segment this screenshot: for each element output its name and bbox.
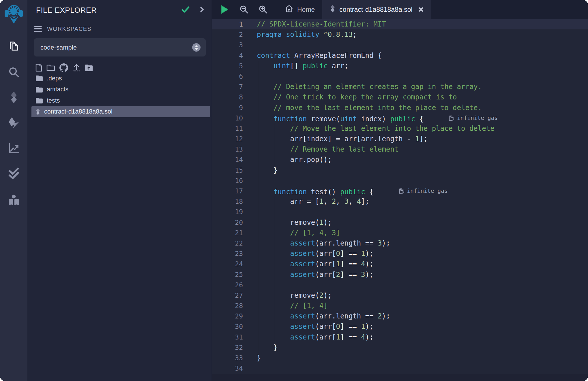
workspace-select[interactable]: code-sample xyxy=(34,38,206,56)
file-tree: .depsartifactstestscontract-d1a8818a8a.s… xyxy=(27,73,212,117)
line-number: 2 xyxy=(212,29,254,40)
line-number: 22 xyxy=(212,238,254,248)
tree-item-label: artifacts xyxy=(47,86,68,93)
line-number: 25 xyxy=(212,269,254,280)
sidebar-item-solidity-compiler[interactable] xyxy=(0,85,27,110)
gas-pump-icon xyxy=(398,188,405,194)
code-line-text: function test() public {infinite gas xyxy=(257,186,448,196)
sidebar-item-deploy-and-run[interactable] xyxy=(0,110,27,135)
tab-label: Home xyxy=(297,6,315,14)
clone-git-repository-icon[interactable] xyxy=(59,63,68,72)
chevron-right-icon[interactable] xyxy=(200,6,204,14)
create-new-file-icon[interactable] xyxy=(35,64,42,72)
code-line-29: 29 assert(arr.length == 2); xyxy=(212,311,588,321)
code-line-text: assert(arr[1] == 4); xyxy=(257,259,374,269)
panel-title: FILE EXPLORER xyxy=(36,6,181,15)
upload-folder-icon[interactable] xyxy=(85,64,93,71)
code-editor[interactable]: 1// SPDX-License-Identifier: MIT2pragma … xyxy=(212,19,588,374)
code-line-text: assert(arr[0] == 1); xyxy=(257,321,374,332)
tree-item-artifacts[interactable]: artifacts xyxy=(27,84,212,95)
code-line-text: // SPDX-License-Identifier: MIT xyxy=(257,19,386,29)
line-number: 4 xyxy=(212,50,254,61)
code-line-text: // move the last element into the place … xyxy=(257,103,482,113)
code-line-text: arr[index] = arr[arr.length - 1]; xyxy=(257,134,428,144)
indent-guide xyxy=(258,61,258,353)
code-line-30: 30 assert(arr[0] == 1); xyxy=(212,321,588,332)
code-line-25: 25 assert(arr[2] == 3); xyxy=(212,269,588,280)
sidebar-item-file-explorer[interactable] xyxy=(0,34,27,59)
code-line-text: } xyxy=(257,165,278,176)
code-line-text: // Remove the last element xyxy=(257,144,398,154)
code-line-21: 21 // [1, 4, 3] xyxy=(212,228,588,238)
zoom-in-icon[interactable] xyxy=(254,0,273,19)
code-line-text: uint[] public arr; xyxy=(257,61,349,71)
tab-home[interactable]: Home xyxy=(277,0,322,19)
sidebar-item-solidity-unit-testing[interactable] xyxy=(0,161,27,186)
sidebar-item-learneth[interactable] xyxy=(0,188,27,213)
file-explorer-header: FILE EXPLORER xyxy=(27,0,212,20)
gas-label: infinite gas xyxy=(457,113,498,123)
code-line-text: // Deleting an element creates a gap in … xyxy=(257,82,482,92)
line-number: 3 xyxy=(212,40,254,50)
folder-icon xyxy=(35,75,43,82)
line-number: 16 xyxy=(212,176,254,186)
code-line-5: 5 uint[] public arr; xyxy=(212,61,588,71)
code-line-text: assert(arr.length == 3); xyxy=(257,238,390,248)
code-line-text: // Move the last element into the place … xyxy=(257,123,495,134)
code-line-16: 16 xyxy=(212,176,588,186)
code-line-10: 10 function remove(uint index) public {i… xyxy=(212,113,588,123)
tree-item-label: tests xyxy=(47,97,60,104)
infinite-gas-annotation: infinite gas xyxy=(398,186,448,196)
gas-pump-icon xyxy=(448,115,454,121)
folder-icon xyxy=(35,86,43,93)
line-number: 14 xyxy=(212,154,254,165)
tab-contract-d1a8818a8a-sol[interactable]: contract-d1a8818a8a.sol xyxy=(322,0,431,19)
code-line-14: 14 arr.pop(); xyxy=(212,154,588,165)
code-line-text: } xyxy=(257,353,261,363)
remix-logo-icon[interactable] xyxy=(3,2,24,26)
workspaces-label: WORKSPACES xyxy=(47,26,91,32)
sidebar-item-search[interactable] xyxy=(0,59,27,85)
sidebar-item-solidity-analyzers[interactable] xyxy=(0,135,27,161)
files-icon xyxy=(7,40,20,53)
code-line-7: 7 // Deleting an element creates a gap i… xyxy=(212,82,588,92)
code-line-18: 18 arr = [1, 2, 3, 4]; xyxy=(212,196,588,207)
code-line-9: 9 // move the last element into the plac… xyxy=(212,103,588,113)
solidity-file-icon xyxy=(35,108,40,115)
tree-item-contract-d1a8818a8a-sol[interactable]: contract-d1a8818a8a.sol xyxy=(31,106,210,118)
infinite-gas-annotation: infinite gas xyxy=(448,113,498,123)
code-line-text: function remove(uint index) public {infi… xyxy=(257,113,498,123)
tree-item-tests[interactable]: tests xyxy=(27,95,212,106)
run-script-button[interactable] xyxy=(212,0,235,19)
code-line-text: arr.pop(); xyxy=(257,154,332,165)
create-new-folder-icon[interactable] xyxy=(46,64,55,71)
line-number: 21 xyxy=(212,228,254,238)
line-number: 31 xyxy=(212,332,254,342)
line-number: 27 xyxy=(212,290,254,301)
check-icon[interactable] xyxy=(181,6,190,14)
code-line-text: remove(1); xyxy=(257,217,332,228)
code-line-24: 24 assert(arr[1] == 4); xyxy=(212,259,588,269)
double-check-icon xyxy=(7,167,20,180)
activity-bar-items xyxy=(0,34,27,213)
code-line-20: 20 remove(1); xyxy=(212,217,588,228)
workspace-caret-icon xyxy=(192,43,201,52)
code-line-17: 17 function test() public {infinite gas xyxy=(212,186,588,196)
line-number: 18 xyxy=(212,196,254,207)
line-number: 30 xyxy=(212,321,254,332)
code-line-1: 1// SPDX-License-Identifier: MIT xyxy=(212,19,588,29)
line-number: 24 xyxy=(212,259,254,269)
code-line-4: 4contract ArrayReplaceFromEnd { xyxy=(212,50,588,61)
code-line-text: // One trick to keep the array compact i… xyxy=(257,92,457,102)
workspaces-menu-icon[interactable] xyxy=(34,26,42,32)
line-number: 8 xyxy=(212,92,254,102)
zoom-out-icon[interactable] xyxy=(235,0,254,19)
line-number: 32 xyxy=(212,342,254,353)
tree-item--deps[interactable]: .deps xyxy=(27,73,212,84)
code-line-text: assert(arr[0] == 1); xyxy=(257,248,374,259)
code-line-text: contract ArrayReplaceFromEnd { xyxy=(257,50,382,61)
upload-files-icon[interactable] xyxy=(72,64,80,72)
close-tab-icon[interactable] xyxy=(418,7,424,12)
code-line-26: 26 xyxy=(212,280,588,290)
code-line-text: pragma solidity ^0.8.13; xyxy=(257,29,357,40)
